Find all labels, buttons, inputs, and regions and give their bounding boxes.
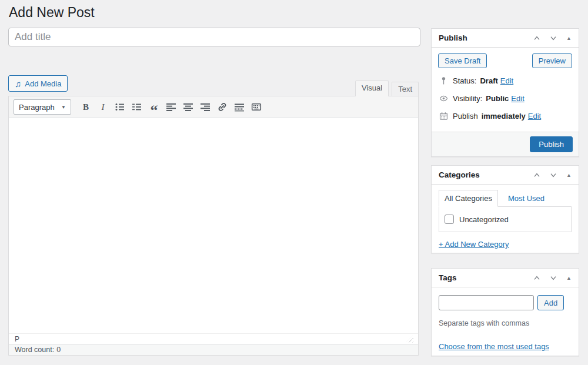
edit-status-link[interactable]: Edit bbox=[500, 76, 513, 85]
word-count-label: Word count: bbox=[15, 346, 54, 354]
numbered-list-button[interactable] bbox=[129, 99, 145, 115]
move-up-button[interactable] bbox=[529, 169, 545, 181]
panel-toggle-icon[interactable]: ▲ bbox=[566, 35, 572, 41]
element-path-label: P bbox=[15, 335, 19, 343]
bulleted-list-icon bbox=[114, 101, 126, 113]
tags-panel: Tags ▲ Add Separate tags with commas Cho… bbox=[431, 268, 579, 356]
insert-link-button[interactable] bbox=[215, 99, 230, 115]
editor-content-area[interactable] bbox=[9, 118, 418, 333]
schedule-label: Publish bbox=[453, 112, 478, 120]
move-down-button[interactable] bbox=[545, 272, 562, 284]
add-tag-button[interactable]: Add bbox=[537, 295, 564, 310]
publish-button[interactable]: Publish bbox=[530, 136, 573, 152]
status-label: Status: bbox=[453, 76, 476, 85]
add-tag-row: Add bbox=[439, 295, 572, 310]
chevron-up-icon bbox=[532, 170, 542, 180]
editor-element-path: P bbox=[9, 333, 418, 344]
media-icon: ♫ bbox=[15, 79, 21, 88]
word-count-value: 0 bbox=[56, 346, 61, 354]
tags-panel-title: Tags bbox=[439, 273, 529, 282]
editor-mode-tabs: Visual Text bbox=[355, 81, 419, 96]
tag-help-text: Separate tags with commas bbox=[439, 319, 572, 327]
bold-button[interactable]: B bbox=[78, 99, 93, 115]
category-checklist: Uncategorized bbox=[439, 206, 572, 232]
add-new-post-page: Add New Post ♫ Add Media Visual Text Par… bbox=[0, 0, 588, 365]
read-more-icon bbox=[233, 101, 245, 113]
move-up-button[interactable] bbox=[529, 32, 545, 44]
bold-icon: B bbox=[83, 102, 89, 112]
add-media-button[interactable]: ♫ Add Media bbox=[8, 75, 68, 92]
chevron-down-icon bbox=[549, 273, 558, 283]
tab-all-categories[interactable]: All Categories bbox=[439, 190, 498, 207]
align-center-icon bbox=[182, 101, 194, 113]
categories-panel: Categories ▲ All Categories Most Used Un… bbox=[431, 165, 579, 253]
visibility-label: Visibility: bbox=[453, 94, 482, 103]
post-visibility-row: Visibility: Public Edit bbox=[439, 93, 572, 103]
paragraph-format-value: Paragraph bbox=[19, 103, 55, 112]
new-tag-input[interactable] bbox=[439, 295, 534, 310]
numbered-list-icon bbox=[131, 101, 143, 113]
category-checkbox-uncategorized[interactable] bbox=[445, 215, 454, 224]
pin-icon bbox=[439, 76, 449, 86]
tab-most-used[interactable]: Most Used bbox=[508, 194, 544, 203]
panel-toggle-icon[interactable]: ▲ bbox=[566, 172, 572, 178]
major-publishing-actions: Publish bbox=[432, 132, 579, 156]
align-center-button[interactable] bbox=[181, 99, 196, 115]
save-draft-button[interactable]: Save Draft bbox=[438, 53, 487, 68]
align-right-button[interactable] bbox=[198, 99, 213, 115]
choose-most-used-tags-link[interactable]: Choose from the most used tags bbox=[439, 342, 549, 351]
publish-panel-title: Publish bbox=[439, 34, 529, 42]
move-down-button[interactable] bbox=[545, 169, 562, 181]
chevron-down-icon bbox=[549, 170, 558, 180]
post-editor: Paragraph ▼ B I “ bbox=[8, 96, 419, 356]
tab-visual[interactable]: Visual bbox=[355, 81, 389, 96]
italic-icon: I bbox=[102, 102, 105, 112]
preview-button[interactable]: Preview bbox=[532, 53, 572, 68]
toolbar-toggle-button[interactable] bbox=[249, 99, 264, 115]
align-left-button[interactable] bbox=[163, 99, 179, 115]
resize-handle[interactable] bbox=[406, 336, 413, 343]
edit-visibility-link[interactable]: Edit bbox=[511, 94, 524, 103]
page-title: Add New Post bbox=[9, 5, 95, 21]
chevron-up-icon bbox=[532, 34, 542, 43]
align-right-icon bbox=[199, 101, 211, 113]
italic-button[interactable]: I bbox=[95, 99, 111, 115]
chevron-up-icon bbox=[532, 273, 542, 283]
blockquote-button[interactable]: “ bbox=[146, 99, 162, 115]
post-title-input[interactable] bbox=[8, 28, 420, 46]
editor-toolbar: Paragraph ▼ B I “ bbox=[9, 96, 418, 118]
insert-read-more-button[interactable] bbox=[232, 99, 247, 115]
tags-panel-header[interactable]: Tags ▲ bbox=[432, 269, 579, 287]
bulleted-list-button[interactable] bbox=[112, 99, 128, 115]
minor-publishing-actions: Save Draft Preview bbox=[432, 48, 579, 68]
tab-text[interactable]: Text bbox=[392, 82, 419, 96]
chevron-down-icon: ▼ bbox=[61, 105, 66, 110]
edit-schedule-link[interactable]: Edit bbox=[528, 112, 541, 120]
publish-panel: Publish ▲ Save Draft Preview Status: Dra… bbox=[431, 28, 579, 157]
toolbar-toggle-icon bbox=[250, 101, 262, 113]
eye-icon bbox=[439, 93, 449, 103]
link-icon bbox=[216, 101, 228, 113]
chevron-down-icon bbox=[549, 34, 558, 43]
word-count-bar: Word count: 0 bbox=[9, 344, 418, 355]
publish-panel-header[interactable]: Publish ▲ bbox=[432, 29, 579, 48]
move-up-button[interactable] bbox=[529, 272, 545, 284]
categories-panel-title: Categories bbox=[439, 170, 529, 179]
panel-toggle-icon[interactable]: ▲ bbox=[566, 275, 572, 281]
add-media-label: Add Media bbox=[25, 79, 61, 88]
status-value: Draft bbox=[480, 76, 497, 85]
paragraph-format-select[interactable]: Paragraph ▼ bbox=[14, 99, 71, 115]
visibility-value: Public bbox=[486, 94, 509, 103]
schedule-value: immediately bbox=[482, 112, 526, 120]
post-status-row: Status: Draft Edit bbox=[439, 76, 572, 86]
editor-tools: ♫ Add Media Visual Text bbox=[8, 75, 419, 96]
add-new-category-link[interactable]: + Add New Category bbox=[439, 240, 509, 249]
blockquote-icon: “ bbox=[151, 108, 158, 113]
move-down-button[interactable] bbox=[545, 32, 562, 44]
category-label: Uncategorized bbox=[459, 215, 509, 224]
align-left-icon bbox=[165, 101, 177, 113]
categories-panel-header[interactable]: Categories ▲ bbox=[432, 166, 579, 185]
post-schedule-row: Publish immediately Edit bbox=[439, 111, 572, 121]
category-tabs: All Categories Most Used bbox=[439, 190, 572, 206]
calendar-icon bbox=[439, 111, 449, 121]
